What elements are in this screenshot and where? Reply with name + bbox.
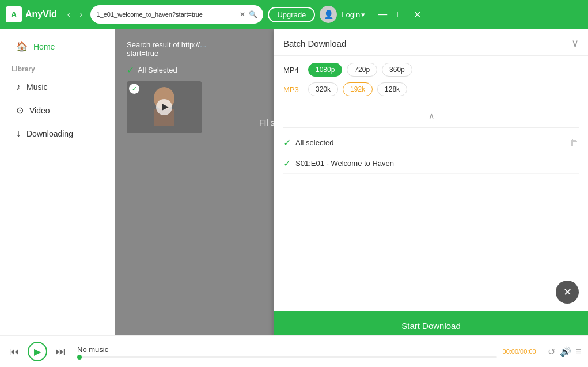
forward-button[interactable]: › [76,8,86,21]
home-icon: 🏠 [16,41,28,52]
next-track-icon: ⏭ [55,346,66,357]
thumbnail-check-icon: ✓ [129,84,139,94]
logo-icon: A [6,6,22,22]
logo-area: A AnyVid [6,6,57,22]
close-button[interactable]: ✕ [410,8,424,21]
prev-track-icon: ⏮ [9,346,20,357]
avatar: 👤 [320,6,337,23]
batch-title: Batch Download [283,39,346,48]
all-selected-check-icon: ✓ [127,65,134,75]
url-text: 1_e01_welcome_to_haven?start=true [96,11,236,18]
sidebar-video-label: Video [29,106,50,115]
player-info: No music [77,345,497,358]
music-icon: ♪ [16,82,21,92]
upgrade-button[interactable]: Upgrade [268,7,315,22]
content-area: Search result of http://... start=true ✓… [115,29,588,335]
maximize-button[interactable]: □ [394,8,407,21]
progress-dot [77,355,82,360]
close-circle-icon: ✕ [563,286,572,298]
url-bar: 1_e01_welcome_to_haven?start=true ✕ 🔍 [90,5,263,24]
video-icon: ⊙ [16,105,24,116]
item-label: S01:E01 - Welcome to Haven [295,159,579,168]
playlist-button[interactable]: ≡ [576,346,581,357]
app-window: A AnyVid ‹ › 1_e01_welcome_to_haven?star… [0,0,588,367]
player-bar: ⏮ ▶ ⏭ No music 00:00/00:00 ↺ 🔊 ≡ [0,335,588,367]
player-progress[interactable] [77,356,497,358]
sidebar-item-downloading[interactable]: ↓ Downloading [5,123,110,145]
sidebar: 🏠 Home Library ♪ Music ⊙ Video ↓ Downloa… [0,29,115,335]
all-selected-row: ✓ All selected 🗑 [283,133,579,153]
item-check-icon: ✓ [283,158,291,169]
back-button[interactable]: ‹ [64,8,74,21]
playlist-icon: ≡ [576,346,581,356]
url-clear-button[interactable]: ✕ [240,10,245,18]
all-selected-item-label: All selected [295,138,570,147]
all-selected-label: All Selected [138,66,177,74]
format-divider [283,127,579,128]
player-title: No music [77,345,497,354]
title-bar: A AnyVid ‹ › 1_e01_welcome_to_haven?star… [0,0,588,29]
sidebar-home-label: Home [33,42,55,51]
sidebar-item-music[interactable]: ♪ Music [5,76,110,98]
delete-all-button[interactable]: 🗑 [570,138,579,148]
items-section: ✓ All selected 🗑 ✓ S01:E01 - Welcome to … [274,133,588,311]
app-name: AnyVid [25,9,57,20]
batch-collapse-button[interactable]: ∨ [571,37,579,50]
minimize-button[interactable]: — [374,8,390,21]
player-actions: ↺ 🔊 ≡ [548,346,581,357]
next-track-button[interactable]: ⏭ [53,343,68,360]
batch-header: Batch Download ∨ [274,29,588,56]
sidebar-music-label: Music [26,82,48,92]
dropdown-arrow-icon: ▾ [361,10,365,19]
sidebar-item-video[interactable]: ⊙ Video [5,99,110,122]
close-panel-button[interactable]: ✕ [556,281,579,304]
repeat-button[interactable]: ↺ [548,346,555,357]
repeat-icon: ↺ [548,347,555,357]
format-section: MP4 1080p 720p 360p MP3 320k 192k 128k [274,56,588,109]
player-time: 00:00/00:00 [503,348,536,355]
bitrate-320k-button[interactable]: 320k [308,82,338,96]
sidebar-item-home[interactable]: 🏠 Home [5,35,110,58]
bitrate-192k-button[interactable]: 192k [343,82,373,96]
resolution-720p-button[interactable]: 720p [347,63,377,77]
library-heading: Library [0,58,115,75]
play-button[interactable]: ▶ [28,342,47,361]
resolution-360p-button[interactable]: 360p [382,63,412,77]
mp4-label: MP4 [283,66,304,74]
main-area: 🏠 Home Library ♪ Music ⊙ Video ↓ Downloa… [0,29,588,335]
chevron-up-button[interactable]: ∧ [274,109,588,123]
resolution-1080p-button[interactable]: 1080p [308,63,342,77]
avatar-icon: 👤 [324,10,333,19]
download-icon: ↓ [16,128,21,139]
bitrate-128k-button[interactable]: 128k [377,82,407,96]
table-row: ✓ S01:E01 - Welcome to Haven [283,153,579,174]
mp3-label: MP3 [283,85,304,94]
mp4-row: MP4 1080p 720p 360p [283,63,579,77]
login-button[interactable]: Login ▾ [342,10,365,19]
sidebar-downloading-label: Downloading [26,129,73,138]
search-icon[interactable]: 🔍 [249,10,257,18]
play-icon: ▶ [34,346,41,357]
mp3-row: MP3 320k 192k 128k [283,82,579,96]
volume-icon: 🔊 [560,347,571,357]
chevron-up-icon: ∧ [428,111,434,120]
volume-button[interactable]: 🔊 [560,346,571,357]
nav-arrows: ‹ › [64,8,86,21]
all-selected-item-check-icon: ✓ [283,137,291,148]
window-controls: — □ ✕ [374,8,424,21]
batch-download-panel: Batch Download ∨ MP4 1080p 720p 360p MP3… [274,29,588,335]
video-thumbnail: ✓ [127,81,202,133]
prev-track-button[interactable]: ⏮ [7,343,22,360]
start-download-button[interactable]: Start Download [274,311,588,335]
